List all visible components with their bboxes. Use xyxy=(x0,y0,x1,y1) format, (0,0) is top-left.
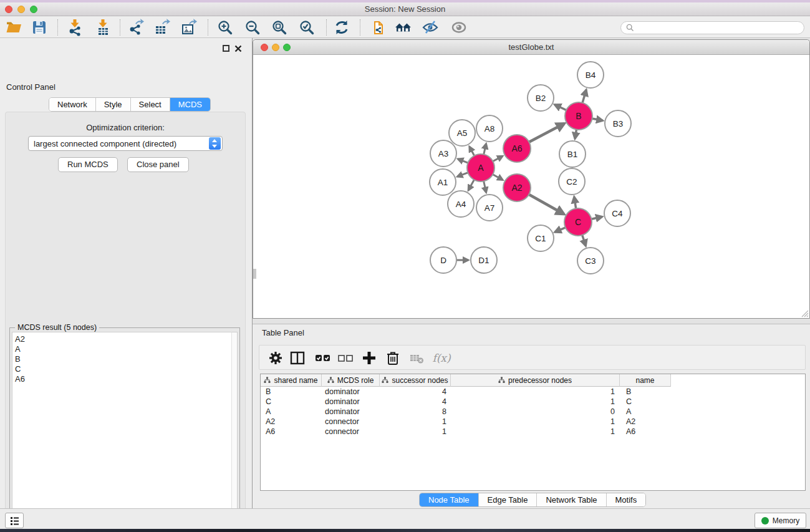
graph-node-d1[interactable]: D1 xyxy=(471,247,497,273)
table-cell[interactable]: A6 xyxy=(261,427,322,437)
mcds-result-item[interactable]: C xyxy=(15,364,231,374)
network-window-titlebar[interactable]: testGlobe.txt xyxy=(253,40,809,55)
graph-node-b1[interactable]: B1 xyxy=(559,141,586,167)
table-row[interactable]: Adominator80A xyxy=(261,407,805,417)
zoom-window-light[interactable] xyxy=(30,6,37,13)
network-canvas[interactable]: B4B2BB3A5A8A6A3B1AA1C2A2A4A7C4CC1C3DD1 xyxy=(253,55,809,318)
table-row[interactable]: A2connector11A2 xyxy=(261,417,805,427)
mcds-result-item[interactable]: A xyxy=(15,344,231,354)
delete-column-button[interactable] xyxy=(384,349,402,367)
task-history-button[interactable] xyxy=(5,513,24,528)
add-column-button[interactable] xyxy=(360,349,378,367)
table-row[interactable]: Bdominator41B xyxy=(261,387,805,397)
close-network-window-light[interactable] xyxy=(261,44,268,51)
table-cell[interactable]: dominator xyxy=(322,407,380,417)
table-cell[interactable]: C xyxy=(261,397,322,407)
table-cell[interactable]: A2 xyxy=(261,417,322,427)
column-header-shared-name[interactable]: shared name xyxy=(261,374,322,387)
tab-edge-table[interactable]: Edge Table xyxy=(479,493,538,506)
graph-node-b[interactable]: B xyxy=(565,102,592,130)
zoom-selected-button[interactable] xyxy=(298,19,316,36)
table-cell[interactable]: 1 xyxy=(380,417,451,427)
table-row[interactable]: A6connector11A6 xyxy=(261,427,805,437)
table-cell[interactable]: C xyxy=(620,397,671,407)
graph-node-b4[interactable]: B4 xyxy=(577,62,604,88)
select-all-button[interactable] xyxy=(314,349,332,367)
refresh-button[interactable] xyxy=(333,19,350,36)
tab-node-table[interactable]: Node Table xyxy=(420,493,479,506)
graph-node-a[interactable]: A xyxy=(467,154,494,181)
table-cell[interactable]: 1 xyxy=(380,427,451,437)
table-cell[interactable]: dominator xyxy=(322,387,380,397)
table-cell[interactable]: 1 xyxy=(451,427,620,437)
table-settings-button[interactable] xyxy=(267,349,284,367)
mcds-result-item[interactable]: A2 xyxy=(15,334,231,344)
column-header-mcds-role[interactable]: MCDS role xyxy=(322,374,380,387)
zoom-in-button[interactable] xyxy=(216,19,234,36)
hide-labels-button[interactable] xyxy=(422,19,439,36)
graph-node-a4[interactable]: A4 xyxy=(448,191,474,217)
table-cell[interactable]: A xyxy=(620,407,671,417)
minimize-network-window-light[interactable] xyxy=(272,44,279,51)
window-resize-grip[interactable] xyxy=(800,309,809,317)
table-cell[interactable]: 4 xyxy=(380,387,451,397)
table-row[interactable]: Cdominator41C xyxy=(261,397,805,407)
graph-node-c4[interactable]: C4 xyxy=(604,200,630,226)
graph-node-b2[interactable]: B2 xyxy=(528,85,554,111)
graph-node-a7[interactable]: A7 xyxy=(476,195,503,221)
function-builder-button[interactable]: f(x) xyxy=(429,349,454,367)
destroy-table-button[interactable] xyxy=(408,349,425,367)
table-cell[interactable]: 1 xyxy=(451,417,620,427)
show-details-button[interactable] xyxy=(450,19,468,36)
column-header-name[interactable]: name xyxy=(620,374,671,387)
column-header-predecessor-nodes[interactable]: predecessor nodes xyxy=(451,374,620,387)
table-cell[interactable]: dominator xyxy=(322,397,380,407)
mcds-result-list[interactable]: A2ABCA6 xyxy=(12,332,231,532)
search-box[interactable] xyxy=(620,21,804,34)
tab-motifs[interactable]: Motifs xyxy=(607,493,646,506)
graph-node-a3[interactable]: A3 xyxy=(430,140,456,167)
table-cell[interactable]: connector xyxy=(322,427,380,437)
table-cell[interactable]: A xyxy=(261,407,322,417)
tab-network[interactable]: Network xyxy=(49,98,96,111)
graph-node-c1[interactable]: C1 xyxy=(528,225,554,251)
graph-node-a6[interactable]: A6 xyxy=(503,135,531,162)
network-graph[interactable]: B4B2BB3A5A8A6A3B1AA1C2A2A4A7C4CC1C3DD1 xyxy=(253,55,809,318)
float-panel-icon[interactable] xyxy=(223,45,229,52)
mcds-result-item[interactable]: A6 xyxy=(15,374,231,384)
graph-node-c3[interactable]: C3 xyxy=(577,248,604,274)
tab-style[interactable]: Style xyxy=(96,98,131,111)
run-mcds-button[interactable]: Run MCDS xyxy=(58,157,118,172)
import-table-button[interactable] xyxy=(94,19,112,36)
table-cell[interactable]: 1 xyxy=(451,397,620,407)
graph-node-a5[interactable]: A5 xyxy=(449,120,475,146)
close-panel-button[interactable]: Close panel xyxy=(127,157,189,172)
optimization-criterion-select[interactable]: largest connected component (directed) xyxy=(28,136,223,151)
tab-network-table[interactable]: Network Table xyxy=(537,493,606,506)
table-cell[interactable]: 8 xyxy=(380,407,451,417)
close-panel-icon[interactable] xyxy=(234,45,242,52)
table-cell[interactable]: 4 xyxy=(380,397,451,407)
zoom-fit-button[interactable] xyxy=(271,19,288,36)
graph-node-c2[interactable]: C2 xyxy=(559,168,585,195)
export-table-button[interactable] xyxy=(153,19,171,36)
canvas-scroll-nub[interactable] xyxy=(253,269,256,279)
minimize-window-light[interactable] xyxy=(17,6,25,13)
mcds-result-scrollbar[interactable] xyxy=(231,332,238,532)
network-overview-button[interactable] xyxy=(369,19,386,36)
table-cell[interactable]: A2 xyxy=(620,417,671,427)
export-network-button[interactable] xyxy=(127,19,145,36)
graph-node-d[interactable]: D xyxy=(430,247,456,273)
import-network-button[interactable] xyxy=(66,19,84,36)
table-cell[interactable]: 0 xyxy=(451,407,620,417)
open-file-button[interactable] xyxy=(5,19,22,36)
search-input[interactable] xyxy=(634,24,799,32)
table-cell[interactable]: 1 xyxy=(451,387,620,397)
tab-mcds[interactable]: MCDS xyxy=(170,98,210,111)
column-browser-button[interactable] xyxy=(289,349,306,367)
unselect-all-button[interactable] xyxy=(337,349,354,367)
close-window-light[interactable] xyxy=(5,6,12,13)
zoom-out-button[interactable] xyxy=(244,19,261,36)
graph-node-a2[interactable]: A2 xyxy=(503,174,531,201)
graph-node-a1[interactable]: A1 xyxy=(430,169,456,195)
